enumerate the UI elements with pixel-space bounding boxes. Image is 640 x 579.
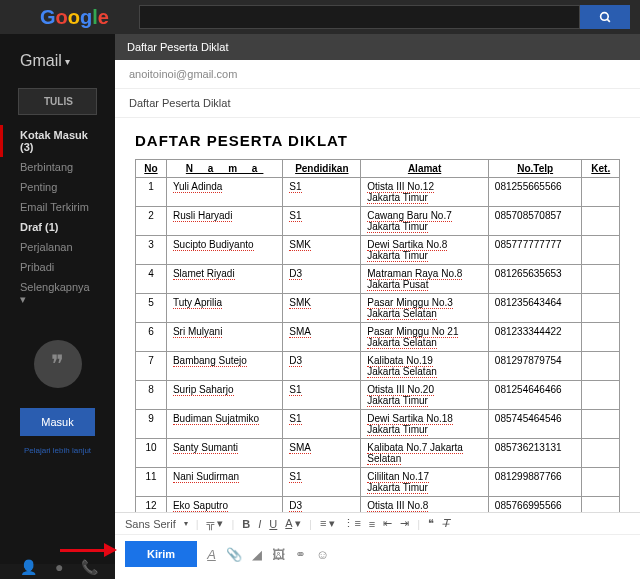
nav-drafts[interactable]: Draf (1) bbox=[0, 217, 115, 237]
table-row: 12 Eko Saputro D3 Otista III No.8Jakarta… bbox=[136, 497, 620, 513]
table-row: 5 Tuty Aprilia SMK Pasar Minggu No.3Jaka… bbox=[136, 294, 620, 323]
google-logo: Google bbox=[40, 6, 109, 29]
learn-more-link[interactable]: Pelajari lebih lanjut bbox=[0, 446, 115, 455]
nav-travel[interactable]: Perjalanan bbox=[0, 237, 115, 257]
compose-button[interactable]: TULIS bbox=[18, 88, 97, 115]
data-table: No N a m a Pendidikan Alamat No.Telp Ket… bbox=[135, 159, 620, 512]
nav-personal[interactable]: Pribadi bbox=[0, 257, 115, 277]
strikethrough-button[interactable]: T̶ bbox=[442, 517, 449, 530]
table-row: 6 Sri Mulyani SMA Pasar Minggu No 21Jaka… bbox=[136, 323, 620, 352]
search-input[interactable] bbox=[139, 5, 580, 29]
bold-button[interactable]: B bbox=[242, 518, 250, 530]
footer-icons: 👤 ● 📞 bbox=[20, 559, 98, 575]
format-icon[interactable]: A bbox=[207, 547, 216, 562]
font-picker[interactable]: Sans Serif bbox=[125, 518, 176, 530]
attach-icon[interactable]: 📎 bbox=[226, 547, 242, 562]
photo-icon[interactable]: 🖼 bbox=[272, 547, 285, 562]
fontsize-picker[interactable]: ╦ ▾ bbox=[207, 517, 224, 530]
signin-button[interactable]: Masuk bbox=[20, 408, 95, 436]
search-icon bbox=[599, 11, 612, 24]
nav-starred[interactable]: Berbintang bbox=[0, 157, 115, 177]
table-row: 8 Surip Saharjo S1 Otista III No.20Jakar… bbox=[136, 381, 620, 410]
to-field[interactable]: anoitoinoi@gmail.com bbox=[115, 60, 640, 89]
search-button[interactable] bbox=[580, 5, 630, 29]
th-telp: No.Telp bbox=[488, 160, 582, 178]
sidebar: Gmail ▾ TULIS Kotak Masuk (3) Berbintang… bbox=[0, 34, 115, 564]
indent-less-button[interactable]: ⇤ bbox=[383, 517, 392, 530]
table-row: 4 Slamet Riyadi D3 Matraman Raya No.8Jak… bbox=[136, 265, 620, 294]
svg-line-1 bbox=[607, 19, 610, 22]
chat-icon[interactable]: ● bbox=[55, 559, 63, 575]
bullet-list-button[interactable]: ≡ bbox=[369, 518, 375, 530]
th-alamat: Alamat bbox=[361, 160, 489, 178]
underline-button[interactable]: U bbox=[269, 518, 277, 530]
gmail-label[interactable]: Gmail ▾ bbox=[0, 44, 115, 78]
th-no: No bbox=[136, 160, 167, 178]
th-nama: N a m a bbox=[166, 160, 282, 178]
drive-icon[interactable]: ◢ bbox=[252, 547, 262, 562]
numbered-list-button[interactable]: ⋮≡ bbox=[343, 517, 360, 530]
table-row: 2 Rusli Haryadi S1 Cawang Baru No.7Jakar… bbox=[136, 207, 620, 236]
th-ket: Ket. bbox=[582, 160, 620, 178]
format-toolbar: Sans Serif▾ | ╦ ▾ | B I U A ▾ | ≡ ▾ ⋮≡ ≡… bbox=[115, 512, 640, 534]
nav-sent[interactable]: Email Terkirim bbox=[0, 197, 115, 217]
nav-more[interactable]: Selengkapnya ▾ bbox=[0, 277, 115, 310]
table-row: 10 Santy Sumanti SMA Kalibata No.7 Jakar… bbox=[136, 439, 620, 468]
person-icon[interactable]: 👤 bbox=[20, 559, 37, 575]
table-row: 9 Budiman Sujatmiko S1 Dewi Sartika No.1… bbox=[136, 410, 620, 439]
send-row: Kirim A 📎 ◢ 🖼 ⚭ ☺ bbox=[115, 534, 640, 579]
compose-window: Daftar Peserta Diklat anoitoinoi@gmail.c… bbox=[115, 34, 640, 579]
svg-point-0 bbox=[600, 12, 608, 20]
indent-more-button[interactable]: ⇥ bbox=[400, 517, 409, 530]
italic-button[interactable]: I bbox=[258, 518, 261, 530]
nav-inbox[interactable]: Kotak Masuk (3) bbox=[0, 125, 115, 157]
quote-button[interactable]: ❝ bbox=[428, 517, 434, 530]
link-icon[interactable]: ⚭ bbox=[295, 547, 306, 562]
doc-title: DAFTAR PESERTA DIKLAT bbox=[135, 132, 620, 149]
phone-icon[interactable]: 📞 bbox=[81, 559, 98, 575]
table-row: 7 Bambang Sutejo D3 Kalibata No.19Jakart… bbox=[136, 352, 620, 381]
emoji-icon[interactable]: ☺ bbox=[316, 547, 329, 562]
annotation-arrow bbox=[60, 549, 105, 552]
compose-body[interactable]: DAFTAR PESERTA DIKLAT No N a m a Pendidi… bbox=[115, 118, 640, 512]
th-pend: Pendidikan bbox=[283, 160, 361, 178]
hangouts-icon[interactable]: ❞ bbox=[34, 340, 82, 388]
send-button[interactable]: Kirim bbox=[125, 541, 197, 567]
nav-important[interactable]: Penting bbox=[0, 177, 115, 197]
subject-field[interactable]: Daftar Peserta Diklat bbox=[115, 89, 640, 118]
textcolor-button[interactable]: A ▾ bbox=[285, 517, 301, 530]
compose-titlebar[interactable]: Daftar Peserta Diklat bbox=[115, 34, 640, 60]
align-button[interactable]: ≡ ▾ bbox=[320, 517, 335, 530]
table-row: 11 Nani Sudirman S1 Cililitan No.17Jakar… bbox=[136, 468, 620, 497]
table-row: 1 Yuli Adinda S1 Otista III No.12Jakarta… bbox=[136, 178, 620, 207]
table-row: 3 Sucipto Budiyanto SMK Dewi Sartika No.… bbox=[136, 236, 620, 265]
